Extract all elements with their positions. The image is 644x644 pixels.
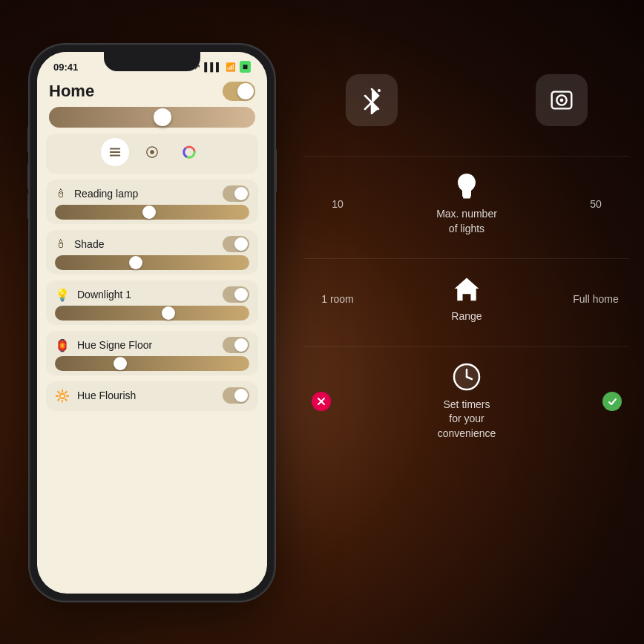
- brightness-slider[interactable]: [49, 107, 255, 128]
- clock-feature-icon: [452, 362, 482, 392]
- timers-label: Set timersfor yourconvenience: [438, 398, 496, 441]
- downlight-icon: 💡: [55, 288, 70, 302]
- app-title: Home: [49, 82, 94, 101]
- svg-point-11: [559, 99, 563, 102]
- phone-screen: 09:41 ↗ ▌▌▌ 📶 ■ Home: [37, 52, 267, 594]
- downlight-slider[interactable]: [55, 306, 249, 321]
- light-item-left-5: 🔆 Hue Flourish: [55, 389, 136, 403]
- status-icons: ↗ ▌▌▌ 📶 ■: [194, 61, 251, 73]
- wifi-icon: 📶: [226, 62, 236, 72]
- phone-mockup: 09:41 ↗ ▌▌▌ 📶 ■ Home: [30, 45, 275, 601]
- light-item-shade: 🕯 Shade: [46, 230, 258, 275]
- scene-tabs: [46, 134, 258, 174]
- light-name-flourish: Hue Flourish: [77, 390, 136, 401]
- shade-toggle[interactable]: [223, 236, 249, 252]
- status-check-icon: [602, 392, 622, 411]
- light-item-flourish: 🔆 Hue Flourish: [46, 381, 258, 411]
- light-item-left-3: 💡 Downlight 1: [55, 288, 131, 302]
- hue-bridge-icon-circle: [536, 74, 588, 126]
- flourish-toggle[interactable]: [223, 387, 249, 404]
- svg-point-4: [150, 150, 154, 154]
- toggle-knob-sm-3: [234, 288, 248, 301]
- feature-timers: Set timersfor yourconvenience: [304, 346, 629, 464]
- battery-icon: ■: [240, 61, 251, 73]
- hue-bridge-section: [536, 74, 588, 126]
- app-content: Home: [37, 76, 267, 411]
- light-item-top-5: 🔆 Hue Flourish: [55, 387, 249, 404]
- home-icon: [452, 274, 482, 303]
- svg-rect-2: [110, 155, 120, 157]
- slider-thumb-sm: [142, 206, 156, 219]
- bulb-icon-2: 🕯: [55, 237, 67, 251]
- x-icon: [317, 397, 326, 406]
- light-item-top-2: 🕯 Shade: [55, 236, 249, 252]
- light-name-signe: Hue Signe Floor: [77, 339, 152, 351]
- light-item-downlight: 💡 Downlight 1: [46, 280, 258, 325]
- home-feature-icon: [452, 274, 482, 303]
- bluetooth-section: [346, 74, 398, 126]
- svg-rect-13: [463, 197, 470, 199]
- status-x-icon: [312, 392, 331, 411]
- bulb-icon: 🕯: [55, 187, 67, 200]
- slider-thumb-sm-3: [162, 306, 175, 320]
- toggle-knob-sm-2: [234, 237, 248, 251]
- bluetooth-icon-circle: [346, 74, 398, 126]
- phone-notch: [104, 52, 200, 71]
- light-item-left-2: 🕯 Shade: [55, 237, 104, 251]
- max-lights-center: Max. numberof lights: [407, 171, 526, 236]
- svg-rect-0: [110, 148, 120, 150]
- shade-slider[interactable]: [55, 255, 249, 270]
- light-item-reading-lamp: 🕯 Reading lamp: [46, 180, 258, 224]
- downlight-toggle[interactable]: [223, 286, 249, 303]
- timers-center: Set timersfor yourconvenience: [407, 362, 526, 441]
- svg-rect-1: [110, 151, 120, 153]
- light-item-left: 🕯 Reading lamp: [55, 187, 138, 200]
- max-lights-label: Max. numberof lights: [436, 207, 497, 236]
- info-panel: 10 Max. numberof lights 50 1 room: [304, 59, 629, 629]
- range-label: Range: [451, 309, 482, 324]
- light-item-signe: 🏮 Hue Signe Floor: [46, 331, 258, 375]
- light-name-downlight: Downlight 1: [77, 289, 131, 300]
- signe-slider[interactable]: [55, 356, 249, 371]
- light-item-top-3: 💡 Downlight 1: [55, 286, 249, 303]
- light-item-top: 🕯 Reading lamp: [55, 185, 249, 202]
- svg-rect-12: [462, 194, 471, 197]
- toggle-knob-sm: [234, 187, 248, 200]
- hue-bridge-icon: [548, 86, 576, 114]
- light-item-left-4: 🏮 Hue Signe Floor: [55, 338, 152, 352]
- scene-tab-color[interactable]: [175, 138, 203, 166]
- home-toggle[interactable]: [223, 82, 255, 101]
- light-item-top-4: 🏮 Hue Signe Floor: [55, 337, 249, 353]
- slider-thumb-sm-2: [129, 256, 142, 269]
- lightbulb-icon: [456, 172, 478, 200]
- brightness-row: [46, 105, 258, 134]
- bulb-feature-icon: [452, 171, 482, 201]
- ceiling-icon: 🔆: [55, 389, 70, 403]
- scene-tab-list[interactable]: [101, 138, 129, 166]
- signal-icon: ▌▌▌: [204, 62, 221, 71]
- phone-outer: 09:41 ↗ ▌▌▌ 📶 ■ Home: [30, 45, 275, 601]
- toggle-knob-sm-5: [234, 389, 248, 402]
- top-icons-row: [304, 59, 629, 156]
- bluetooth-icon: [358, 86, 386, 114]
- light-name-shade: Shade: [74, 238, 104, 250]
- max-lights-right-value: 50: [570, 198, 622, 210]
- range-center: Range: [407, 274, 526, 324]
- reading-lamp-slider[interactable]: [55, 205, 249, 220]
- signe-toggle[interactable]: [223, 337, 249, 353]
- max-lights-left-value: 10: [312, 198, 364, 210]
- slider-thumb-sm-4: [114, 357, 127, 370]
- floor-lamp-icon: 🏮: [55, 338, 70, 352]
- brightness-thumb: [154, 108, 171, 126]
- app-header: Home: [46, 76, 258, 105]
- toggle-knob-sm-4: [234, 338, 248, 352]
- feature-range: 1 room Range Full home: [304, 258, 629, 346]
- feature-max-lights: 10 Max. numberof lights 50: [304, 156, 629, 258]
- reading-lamp-toggle[interactable]: [223, 185, 249, 202]
- scene-tab-scenes[interactable]: [138, 138, 166, 166]
- check-icon: [608, 397, 617, 407]
- toggle-knob: [237, 83, 254, 99]
- light-name-reading: Reading lamp: [74, 188, 138, 200]
- svg-point-8: [378, 89, 381, 92]
- clock-icon: [453, 363, 481, 391]
